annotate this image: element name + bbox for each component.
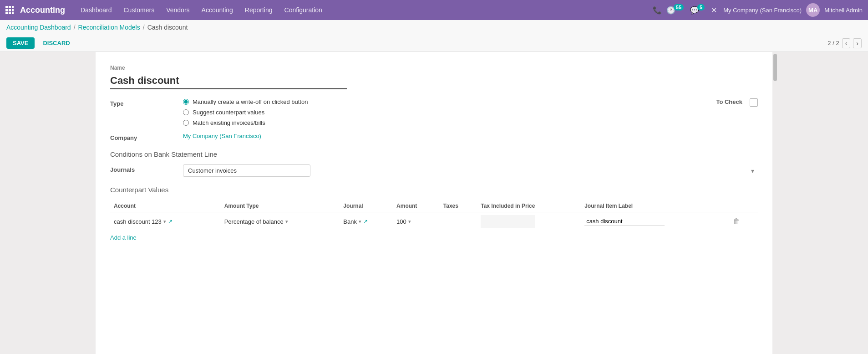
- journals-row: Journals Customer invoices: [110, 164, 758, 177]
- amount-type-dropdown-arrow-0[interactable]: ▾: [285, 219, 288, 225]
- account-dropdown-arrow-0[interactable]: ▾: [163, 219, 166, 225]
- discard-button[interactable]: DISCARD: [38, 37, 74, 49]
- action-toolbar: SAVE DISCARD 2 / 2 ‹ ›: [0, 35, 868, 52]
- type-option-3[interactable]: Match existing invoices/bills: [183, 119, 698, 126]
- svg-rect-4: [9, 9, 11, 11]
- content-panel: Name Type Manually create a write-off on…: [96, 52, 772, 354]
- svg-rect-3: [5, 9, 8, 11]
- username-label: Mitchell Admin: [824, 7, 863, 14]
- cv-table-header: Account Amount Type Journal Amount Taxes…: [110, 200, 758, 212]
- svg-rect-5: [12, 9, 14, 11]
- type-option-2-label: Suggest counterpart values: [193, 109, 264, 116]
- menu-customers[interactable]: Customers: [119, 4, 159, 16]
- company-name: My Company (San Francisco): [723, 7, 802, 14]
- pagination-control: 2 / 2 ‹ ›: [827, 38, 862, 48]
- col-taxes: Taxes: [440, 200, 477, 212]
- cell-journal-item-label-0: [581, 212, 727, 231]
- to-check-section: To Check: [716, 98, 758, 107]
- timer-icon[interactable]: 🕐55: [666, 6, 685, 15]
- breadcrumb-link-models[interactable]: Reconciliation Models: [78, 24, 140, 31]
- svg-rect-8: [12, 12, 14, 14]
- top-navigation: Accounting Dashboard Customers Vendors A…: [0, 0, 868, 20]
- type-option-1[interactable]: Manually create a write-off on clicked b…: [183, 98, 698, 105]
- company-label: Company: [110, 133, 183, 141]
- timer-badge: 55: [674, 4, 684, 10]
- conditions-section-title: Conditions on Bank Statement Line: [110, 150, 758, 158]
- amount-dropdown-arrow-0[interactable]: ▾: [408, 219, 411, 225]
- col-actions: [727, 200, 758, 212]
- top-menu: Dashboard Customers Vendors Accounting R…: [76, 4, 653, 16]
- company-row: Company My Company (San Francisco): [110, 133, 758, 141]
- journal-external-link-0[interactable]: ↗: [363, 218, 368, 225]
- breadcrumb-current: Cash discount: [147, 24, 188, 31]
- phone-icon[interactable]: 📞: [653, 6, 662, 15]
- type-option-1-label: Manually create a write-off on clicked b…: [193, 98, 308, 105]
- col-amount-type: Amount Type: [221, 200, 340, 212]
- type-radio-2[interactable]: [183, 109, 189, 115]
- account-external-link-0[interactable]: ↗: [168, 218, 173, 225]
- grid-menu-icon[interactable]: [5, 6, 14, 14]
- close-icon[interactable]: ✕: [711, 6, 717, 15]
- menu-configuration[interactable]: Configuration: [280, 4, 327, 16]
- journals-content: Customer invoices: [183, 164, 758, 177]
- notif-badge: 5: [697, 4, 705, 10]
- journals-select-wrapper: Customer invoices: [183, 164, 758, 177]
- journal-item-label-input-0[interactable]: [584, 217, 665, 226]
- menu-reporting[interactable]: Reporting: [240, 4, 277, 16]
- type-option-2[interactable]: Suggest counterpart values: [183, 109, 698, 116]
- type-label: Type: [110, 98, 183, 107]
- breadcrumb-link-dashboard[interactable]: Accounting Dashboard: [6, 24, 71, 31]
- col-journal: Journal: [340, 200, 393, 212]
- journal-dropdown-arrow-0[interactable]: ▾: [359, 219, 361, 225]
- user-avatar[interactable]: MA: [806, 3, 820, 17]
- pagination-label: 2 / 2: [827, 40, 839, 46]
- table-row: cash discount 123 ▾ ↗ Percentage of bala…: [110, 212, 758, 231]
- type-row: Type Manually create a write-off on clic…: [110, 98, 758, 126]
- svg-rect-1: [9, 6, 11, 8]
- svg-rect-2: [12, 6, 14, 8]
- type-options: Manually create a write-off on clicked b…: [183, 98, 698, 126]
- cv-table-body: cash discount 123 ▾ ↗ Percentage of bala…: [110, 212, 758, 231]
- name-field-label: Name: [110, 65, 758, 71]
- counterpart-values-table: Account Amount Type Journal Amount Taxes…: [110, 200, 758, 231]
- next-record-button[interactable]: ›: [853, 38, 862, 48]
- add-line-button[interactable]: Add a line: [110, 231, 137, 245]
- type-option-3-label: Match existing invoices/bills: [193, 119, 265, 126]
- menu-dashboard[interactable]: Dashboard: [76, 4, 117, 16]
- cell-amount-0: 100 ▾: [393, 212, 440, 231]
- scrollbar-thumb[interactable]: [773, 54, 777, 81]
- to-check-checkbox[interactable]: [750, 98, 758, 107]
- save-button[interactable]: SAVE: [6, 37, 35, 49]
- menu-accounting[interactable]: Accounting: [197, 4, 238, 16]
- cell-taxes-0[interactable]: [440, 212, 477, 231]
- svg-rect-0: [5, 6, 8, 8]
- cell-journal-0: Bank ▾ ↗: [340, 212, 393, 231]
- main-container: Name Type Manually create a write-off on…: [0, 52, 868, 354]
- tax-included-input-0[interactable]: [481, 215, 535, 228]
- type-radio-3[interactable]: [183, 120, 189, 126]
- breadcrumb-sep-1: /: [74, 24, 76, 31]
- breadcrumb-sep-2: /: [143, 24, 145, 31]
- right-gutter: [772, 52, 868, 354]
- type-radio-1[interactable]: [183, 99, 189, 105]
- topnav-right-area: 📞 🕐55 💬5 ✕ My Company (San Francisco) MA…: [653, 3, 863, 17]
- menu-vendors[interactable]: Vendors: [162, 4, 194, 16]
- company-content: My Company (San Francisco): [183, 133, 758, 139]
- prev-record-button[interactable]: ‹: [842, 38, 851, 48]
- journals-label: Journals: [110, 164, 183, 173]
- left-gutter: [0, 52, 96, 354]
- delete-row-button-0[interactable]: 🗑: [731, 216, 742, 226]
- col-amount: Amount: [393, 200, 440, 212]
- journals-select[interactable]: Customer invoices: [183, 164, 310, 177]
- app-name: Accounting: [20, 5, 65, 15]
- col-tax-included: Tax Included in Price: [477, 200, 581, 212]
- svg-rect-7: [9, 12, 11, 14]
- breadcrumb: Accounting Dashboard / Reconciliation Mo…: [0, 20, 868, 35]
- cell-tax-included-0: [477, 212, 581, 231]
- company-value-link[interactable]: My Company (San Francisco): [183, 133, 758, 139]
- cell-delete-0: 🗑: [727, 212, 758, 231]
- name-input[interactable]: [110, 73, 347, 89]
- col-account: Account: [110, 200, 221, 212]
- notification-icon[interactable]: 💬5: [690, 6, 706, 15]
- name-field-group: Name: [110, 65, 758, 89]
